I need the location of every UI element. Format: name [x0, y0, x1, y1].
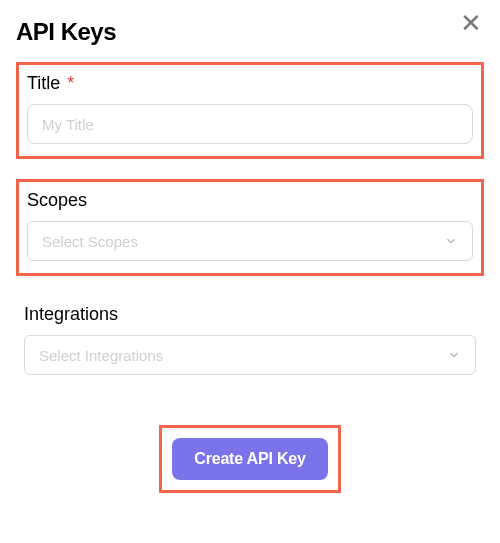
chevron-down-icon: [447, 348, 461, 362]
close-icon[interactable]: ✕: [460, 10, 482, 36]
required-star-icon: *: [67, 73, 74, 93]
title-input[interactable]: [27, 104, 473, 144]
integrations-label: Integrations: [24, 304, 476, 325]
action-row: Create API Key: [16, 407, 484, 493]
integrations-field-group: Integrations Select Integrations: [16, 296, 484, 387]
title-label: Title *: [27, 73, 473, 94]
scopes-label: Scopes: [27, 190, 473, 211]
title-label-text: Title: [27, 73, 60, 93]
create-api-key-button[interactable]: Create API Key: [172, 438, 327, 480]
chevron-down-icon: [444, 234, 458, 248]
page-title: API Keys: [16, 18, 484, 46]
integrations-placeholder: Select Integrations: [39, 347, 163, 364]
scopes-select[interactable]: Select Scopes: [27, 221, 473, 261]
scopes-placeholder: Select Scopes: [42, 233, 138, 250]
title-field-group: Title *: [16, 62, 484, 159]
integrations-select[interactable]: Select Integrations: [24, 335, 476, 375]
scopes-field-group: Scopes Select Scopes: [16, 179, 484, 276]
create-button-highlight: Create API Key: [159, 425, 340, 493]
